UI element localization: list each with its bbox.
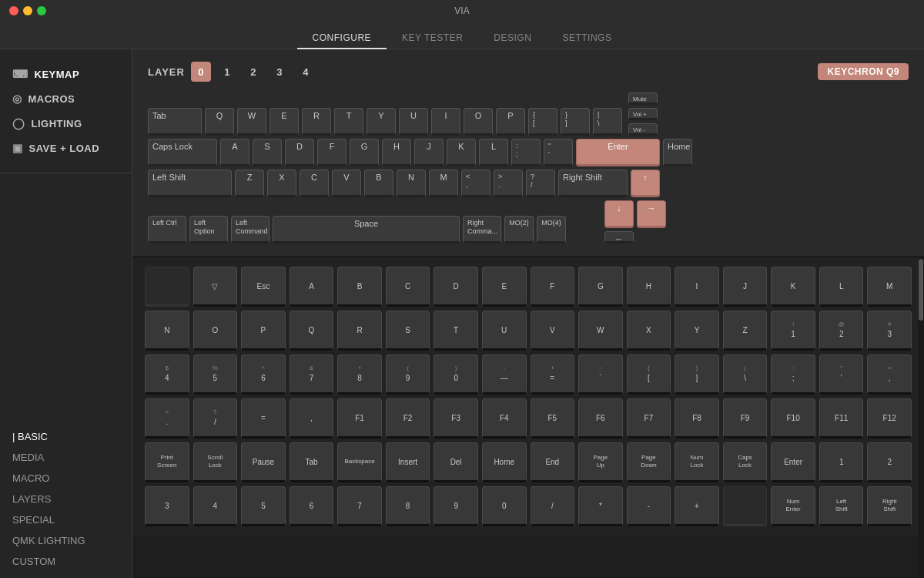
panel-key-home[interactable]: Home <box>482 442 527 482</box>
panel-key-gt[interactable]: >. <box>145 398 189 439</box>
key-w[interactable]: W <box>237 108 266 136</box>
key-o[interactable]: O <box>464 108 493 136</box>
layer-btn-2[interactable]: 2 <box>243 62 263 82</box>
panel-key-num-5[interactable]: 5 <box>241 486 286 526</box>
key-y[interactable]: Y <box>367 108 396 136</box>
panel-key-insert[interactable]: Insert <box>386 442 430 482</box>
panel-key-k[interactable]: K <box>771 267 815 307</box>
panel-key-del[interactable]: Del <box>434 442 478 482</box>
panel-key-left-shift[interactable]: LeftShift <box>819 486 864 526</box>
layer-btn-0[interactable]: 0 <box>191 62 211 82</box>
panel-key-right-shift[interactable]: RightShift <box>867 486 912 526</box>
panel-key-amp[interactable]: &7 <box>290 355 334 395</box>
sidebar-item-save-load[interactable]: ▣ SAVE + LOAD <box>0 136 132 160</box>
panel-key-minus[interactable]: -— <box>482 355 527 395</box>
key-a[interactable]: A <box>220 139 249 166</box>
panel-key-esc[interactable]: Esc <box>241 267 286 307</box>
key-f[interactable]: F <box>317 139 346 166</box>
panel-key-d[interactable]: D <box>434 267 478 307</box>
category-custom[interactable]: CUSTOM <box>0 551 132 572</box>
key-m[interactable]: M <box>429 170 458 197</box>
category-layers[interactable]: LAYERS <box>0 489 132 509</box>
key-l[interactable]: L <box>479 139 508 166</box>
panel-key-caret[interactable]: ^6 <box>241 355 286 395</box>
key-q[interactable]: Q <box>205 108 234 136</box>
panel-key-dollar[interactable]: $4 <box>145 355 189 395</box>
panel-key-num-6[interactable]: 6 <box>290 486 334 526</box>
category-qmk-lighting[interactable]: QMK LIGHTING <box>0 530 132 551</box>
panel-key-n[interactable]: N <box>145 311 189 351</box>
panel-key-y[interactable]: Y <box>675 311 719 351</box>
category-media[interactable]: MEDIA <box>0 447 132 468</box>
key-down[interactable]: ↓ <box>604 200 634 228</box>
key-mo2[interactable]: MO(2) <box>504 216 534 244</box>
panel-key-num-lock[interactable]: NumLock <box>675 442 719 482</box>
panel-key-num-3[interactable]: 3 <box>145 486 189 526</box>
panel-key-s[interactable]: S <box>386 311 430 351</box>
key-home[interactable]: Home <box>663 139 692 166</box>
panel-key-tab[interactable]: Tab <box>290 442 334 482</box>
panel-key-r[interactable]: R <box>337 311 382 351</box>
panel-key-num-1[interactable]: 1 <box>819 442 864 482</box>
panel-key-num-8[interactable]: 8 <box>386 486 430 526</box>
key-vol-up[interactable]: Vol + <box>628 108 658 120</box>
key-space[interactable]: Space <box>273 216 460 244</box>
panel-key-f4[interactable]: F4 <box>482 398 527 439</box>
key-n[interactable]: N <box>397 170 426 197</box>
key-quote[interactable]: "' <box>544 139 573 166</box>
panel-key-at[interactable]: @2 <box>819 311 864 351</box>
panel-key-x[interactable]: X <box>627 311 671 351</box>
layer-btn-4[interactable]: 4 <box>296 62 316 82</box>
key-t[interactable]: T <box>334 108 363 136</box>
maximize-button[interactable] <box>37 6 46 15</box>
key-slash[interactable]: ?/ <box>526 170 555 197</box>
key-c[interactable]: C <box>300 170 329 197</box>
panel-key-hash[interactable]: #3 <box>867 311 912 351</box>
panel-key-scroll-lock[interactable]: ScrollLock <box>193 442 238 482</box>
tab-key-tester[interactable]: KEY TESTER <box>387 28 478 49</box>
key-comma[interactable]: <, <box>461 170 490 197</box>
panel-key-f11[interactable]: F11 <box>819 398 864 439</box>
scrollbar-thumb[interactable] <box>919 259 923 321</box>
panel-key-backspace[interactable]: Backspace <box>337 442 382 482</box>
key-i[interactable]: I <box>431 108 460 136</box>
panel-key-star[interactable]: *8 <box>337 355 382 395</box>
key-s[interactable]: S <box>253 139 282 166</box>
key-b[interactable]: B <box>364 170 393 197</box>
key-u[interactable]: U <box>399 108 428 136</box>
key-vol-down[interactable]: Vol - <box>628 123 658 136</box>
key-g[interactable]: G <box>350 139 379 166</box>
panel-key-num-plus[interactable]: + <box>675 486 719 526</box>
tab-configure[interactable]: CONFIGURE <box>297 28 387 49</box>
key-left-shift[interactable]: Left Shift <box>148 170 232 197</box>
panel-key-z[interactable]: Z <box>723 311 768 351</box>
key-right[interactable]: → <box>637 200 666 228</box>
scrollbar-track[interactable] <box>918 257 924 578</box>
panel-key-v[interactable]: V <box>531 311 575 351</box>
key-mo4[interactable]: MO(4) <box>537 216 566 244</box>
sidebar-item-keymap[interactable]: ⌨ KEYMAP <box>0 62 132 86</box>
sidebar-item-lighting[interactable]: ◯ LIGHTING <box>0 111 132 136</box>
panel-key-caps-lock[interactable]: CapsLock <box>723 442 768 482</box>
panel-key-f12[interactable]: F12 <box>867 398 912 439</box>
panel-key-num-0[interactable]: 0 <box>482 486 527 526</box>
panel-key-q[interactable]: Q <box>290 311 334 351</box>
key-d[interactable]: D <box>285 139 314 166</box>
panel-key-plus[interactable]: += <box>531 355 575 395</box>
window-controls[interactable] <box>9 6 46 15</box>
panel-key-j[interactable]: J <box>723 267 768 307</box>
key-lbracket[interactable]: {[ <box>528 108 557 136</box>
close-button[interactable] <box>9 6 18 15</box>
panel-key-tilde[interactable]: ~` <box>578 355 623 395</box>
panel-key-f7[interactable]: F7 <box>627 398 671 439</box>
panel-key-num-minus[interactable]: - <box>627 486 671 526</box>
panel-key-end[interactable]: End <box>531 442 575 482</box>
panel-key-num-star[interactable]: * <box>578 486 623 526</box>
panel-key-dquote[interactable]: "' <box>819 355 864 395</box>
panel-key-c[interactable]: C <box>386 267 430 307</box>
key-v[interactable]: V <box>332 170 361 197</box>
panel-key-e[interactable]: E <box>482 267 527 307</box>
category-special[interactable]: SPECIAL <box>0 509 132 530</box>
panel-key-rparen[interactable]: )0 <box>434 355 478 395</box>
panel-key-g[interactable]: G <box>578 267 623 307</box>
